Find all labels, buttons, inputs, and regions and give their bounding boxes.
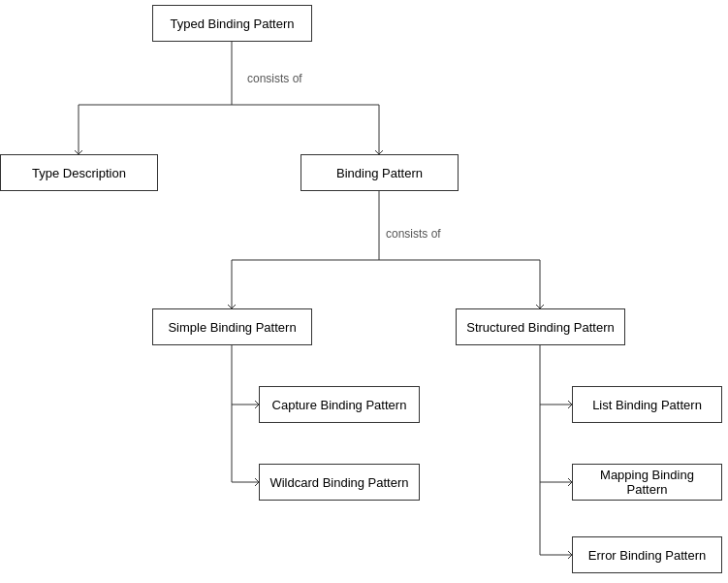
binding-pattern-node: Binding Pattern: [301, 154, 459, 191]
list-binding-pattern-node: List Binding Pattern: [572, 386, 722, 423]
capture-binding-pattern-node: Capture Binding Pattern: [259, 386, 420, 423]
diagram: Typed Binding Pattern Type Description B…: [0, 0, 728, 583]
wildcard-binding-pattern-node: Wildcard Binding Pattern: [259, 464, 420, 501]
error-binding-pattern-node: Error Binding Pattern: [572, 536, 722, 573]
mapping-binding-pattern-node: Mapping Binding Pattern: [572, 464, 722, 501]
consists-of-label-2: consists of: [386, 227, 441, 241]
structured-binding-pattern-node: Structured Binding Pattern: [456, 308, 625, 345]
typed-binding-pattern-node: Typed Binding Pattern: [152, 5, 312, 42]
simple-binding-pattern-node: Simple Binding Pattern: [152, 308, 312, 345]
type-description-node: Type Description: [0, 154, 158, 191]
consists-of-label-1: consists of: [247, 72, 302, 85]
